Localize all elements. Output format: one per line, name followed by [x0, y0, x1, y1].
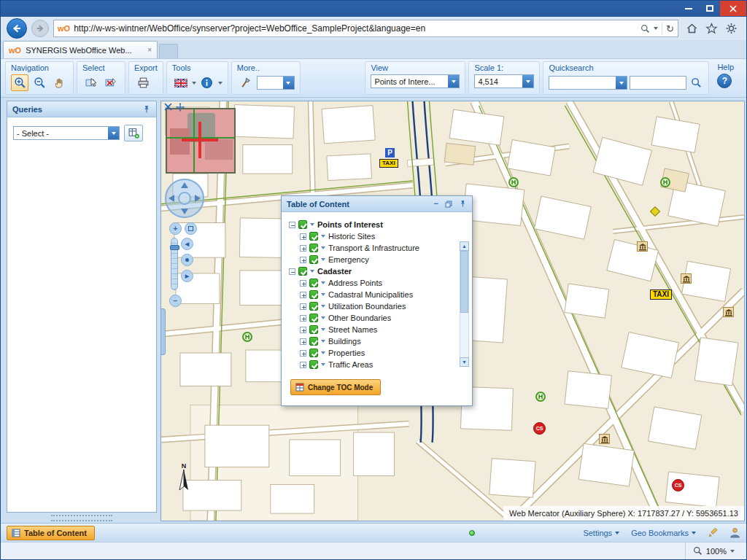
help-button[interactable]: ? [717, 74, 732, 88]
new-tab-button[interactable] [159, 44, 178, 58]
measure-tool-button[interactable] [237, 74, 255, 91]
back-button[interactable] [7, 18, 27, 39]
overview-map[interactable] [166, 108, 236, 174]
expand-icon[interactable] [300, 292, 306, 298]
layer-checkbox[interactable] [309, 232, 318, 241]
pan-compass[interactable] [165, 179, 204, 218]
next-extent-button[interactable]: ▶ [181, 270, 193, 282]
chevron-down-icon[interactable] [321, 293, 325, 296]
museum-marker[interactable] [599, 434, 610, 444]
pharmacy-marker[interactable]: H [508, 177, 519, 187]
clear-selection-button[interactable] [102, 74, 120, 91]
pan-east-icon[interactable] [195, 195, 201, 202]
toc-item-properties[interactable]: Properties [300, 347, 456, 359]
expand-icon[interactable] [300, 280, 306, 287]
overview-move-icon[interactable] [176, 103, 185, 112]
url-text[interactable]: http://w-ws-wintner/WebOffice/synserver?… [74, 23, 637, 34]
chevron-down-icon[interactable] [310, 270, 314, 273]
layer-checkbox[interactable] [298, 220, 307, 229]
chevron-down-icon[interactable] [321, 281, 325, 284]
print-button[interactable] [134, 74, 152, 91]
zoom-out-tool-button[interactable] [31, 74, 48, 91]
settings-menu[interactable]: Settings [583, 529, 619, 537]
compass-center[interactable] [178, 192, 191, 205]
toc-item-historic-sites[interactable]: Historic Sites [300, 230, 456, 242]
dropdown-button[interactable] [283, 77, 294, 89]
fuel-station-marker[interactable]: CS [672, 479, 684, 491]
collapse-icon[interactable] [289, 268, 295, 275]
quicksearch-input[interactable] [630, 76, 686, 90]
dropdown-button[interactable] [616, 77, 627, 89]
overview-close-icon[interactable] [164, 103, 172, 111]
window-minimize-button[interactable] [678, 1, 699, 16]
toc-item-transport-infrastructure[interactable]: Transport & Infrastructure [300, 242, 456, 254]
layer-checkbox[interactable] [309, 255, 318, 264]
pan-north-icon[interactable] [181, 182, 188, 188]
expand-icon[interactable] [300, 350, 306, 357]
toc-item-points-of-interest[interactable]: Points of Interest [289, 219, 456, 230]
expand-icon[interactable] [300, 257, 306, 263]
view-dropdown[interactable]: Points of Intere... [371, 74, 460, 88]
zoom-control[interactable]: 100% [685, 542, 742, 559]
pan-west-icon[interactable] [169, 195, 174, 202]
address-dropdown-icon[interactable] [654, 27, 658, 30]
window-close-button[interactable] [720, 1, 746, 16]
toc-item-utilization-boundaries[interactable]: Utilization Boundaries [300, 300, 456, 312]
forward-button[interactable] [31, 20, 49, 37]
expand-icon[interactable] [300, 315, 306, 322]
toc-item-cadaster[interactable]: Cadaster [289, 265, 456, 277]
toc-toggle-button[interactable]: Table of Content [7, 526, 95, 540]
chevron-down-icon[interactable] [218, 82, 222, 85]
dropdown-button[interactable] [448, 75, 459, 88]
query-table-button[interactable] [124, 125, 143, 141]
full-extent-button[interactable] [181, 254, 193, 266]
layer-checkbox[interactable] [309, 349, 318, 357]
favorites-star-icon[interactable] [705, 23, 718, 34]
layer-checkbox[interactable] [309, 360, 318, 369]
refresh-icon[interactable]: ↻ [666, 23, 674, 34]
toc-detach-button[interactable] [445, 201, 452, 208]
layer-checkbox[interactable] [309, 337, 318, 346]
tab-weboffice[interactable]: wO SYNERGIS WebOffice Web... × [3, 41, 158, 58]
toc-pin-button[interactable] [459, 200, 467, 208]
chevron-down-icon[interactable] [321, 363, 325, 366]
parking-marker[interactable]: P [385, 148, 395, 158]
url-field[interactable]: wO http://w-ws-wintner/WebOffice/synserv… [53, 20, 678, 37]
museum-marker[interactable] [723, 307, 734, 317]
chevron-down-icon[interactable] [310, 223, 314, 226]
gear-icon[interactable] [725, 23, 738, 34]
layer-checkbox[interactable] [309, 290, 318, 299]
expand-icon[interactable] [300, 338, 306, 345]
edit-pencil-icon[interactable] [708, 528, 718, 538]
zoom-slider[interactable] [171, 238, 178, 290]
chevron-down-icon[interactable] [321, 351, 325, 354]
chevron-down-icon[interactable] [321, 328, 325, 331]
toc-minimize-button[interactable]: − [434, 200, 438, 208]
map-viewport[interactable]: + ◀ ▶ − P [160, 101, 745, 521]
pharmacy-marker[interactable]: H [242, 332, 252, 342]
expand-icon[interactable] [300, 245, 306, 252]
toc-item-cadastral-municipalities[interactable]: Cadastral Municipalities [300, 289, 456, 300]
zoom-in-tool-button[interactable] [11, 74, 28, 91]
zoom-slider-knob[interactable] [170, 245, 179, 250]
pan-south-icon[interactable] [181, 209, 188, 214]
user-profile-icon[interactable] [729, 527, 740, 538]
sidebar-collapse-handle[interactable] [161, 308, 166, 355]
scroll-track[interactable] [460, 251, 469, 357]
pan-tool-button[interactable] [50, 74, 68, 91]
expand-icon[interactable] [300, 362, 306, 368]
dropdown-button[interactable] [108, 127, 119, 139]
toc-panel-header[interactable]: Table of Content − [282, 196, 472, 212]
chevron-down-icon[interactable] [321, 235, 325, 238]
zoom-in-button[interactable]: + [169, 222, 182, 235]
pharmacy-marker[interactable]: H [535, 392, 546, 402]
window-maximize-button[interactable] [699, 1, 720, 16]
dropdown-button[interactable] [522, 75, 533, 88]
collapse-icon[interactable] [289, 222, 295, 228]
layer-checkbox[interactable] [309, 325, 318, 334]
toc-item-buildings[interactable]: Buildings [300, 335, 456, 347]
tab-close-icon[interactable]: × [147, 46, 152, 54]
geo-bookmarks-menu[interactable]: Geo Bookmarks [631, 529, 696, 537]
chevron-down-icon[interactable] [321, 246, 325, 249]
info-tool-button[interactable] [198, 74, 216, 91]
